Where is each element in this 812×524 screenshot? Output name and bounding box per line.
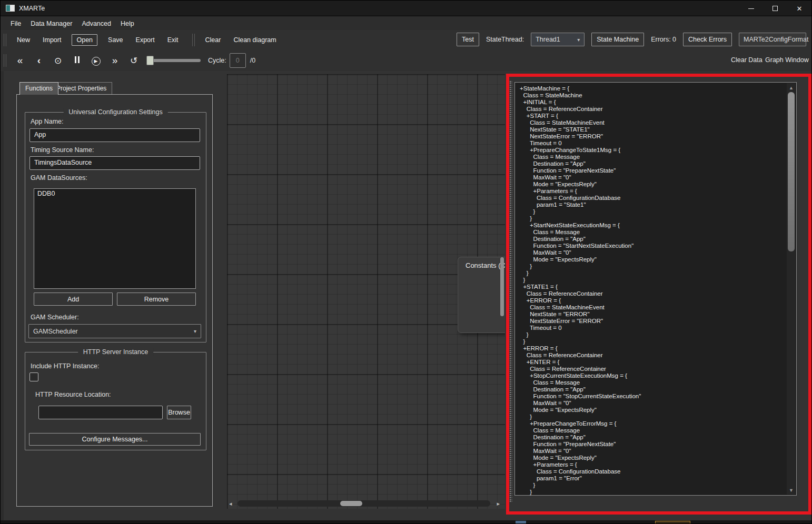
scroll-left-icon[interactable]: ◂ <box>229 500 232 507</box>
taskbar-item <box>516 521 526 524</box>
skip-back-icon[interactable]: « <box>11 55 29 66</box>
config-format-select[interactable]: MARTe2ConfigFormat ▾ <box>739 33 806 46</box>
window-controls: ✕ <box>739 1 811 16</box>
chevron-down-icon: ▾ <box>194 328 196 334</box>
toolbar-grip[interactable] <box>4 34 6 46</box>
scrollbar-thumb[interactable] <box>788 92 795 251</box>
diagram-canvas[interactable]: Constants (C ◂ ▸ <box>227 74 505 509</box>
graph-window-button[interactable]: Graph Window <box>765 56 809 64</box>
constants-node-title: Constants (C <box>466 261 505 269</box>
http-resource-label: HTTP Resource Location: <box>35 391 111 398</box>
maximize-icon <box>773 6 778 11</box>
thread-select-value: Thread1 <box>536 36 560 43</box>
app-icon <box>6 5 15 12</box>
menu-help[interactable]: Help <box>116 18 139 29</box>
toolbar-grip[interactable] <box>192 34 195 46</box>
scroll-up-icon[interactable]: ▲ <box>787 84 796 92</box>
play-icon[interactable]: ▶ <box>86 55 105 66</box>
http-resource-input[interactable] <box>38 406 163 419</box>
export-button[interactable]: Export <box>136 36 155 44</box>
errors-count-label: Errors: 0 <box>651 36 676 43</box>
cycle-input[interactable]: 0 <box>230 53 246 68</box>
scrollbar-thumb[interactable] <box>340 501 362 506</box>
pause-icon[interactable] <box>67 56 86 65</box>
timing-source-input[interactable]: TimingsDataSource <box>29 156 200 170</box>
configure-messages-button[interactable]: Configure Messages... <box>29 433 201 446</box>
state-thread-label: StateThread: <box>486 36 524 43</box>
list-item[interactable]: DDB0 <box>34 189 195 198</box>
constants-node[interactable]: Constants (C <box>458 257 505 333</box>
config-text: +StateMachine = { Class = StateMachine +… <box>515 83 796 496</box>
config-output-panel: +StateMachine = { Class = StateMachine +… <box>506 74 811 515</box>
menu-data-manager[interactable]: Data Manager <box>26 18 77 29</box>
cycle-label: Cycle: <box>208 57 226 64</box>
gam-scheduler-select[interactable]: GAMScheduler ▾ <box>28 324 201 338</box>
close-icon: ✕ <box>797 5 803 12</box>
canvas-horizontal-scrollbar[interactable]: ◂ ▸ <box>228 500 500 507</box>
toolbar-grip[interactable] <box>4 54 6 67</box>
taskbar-edge <box>1 520 812 524</box>
skip-forward-icon[interactable]: » <box>105 55 124 66</box>
config-text-area[interactable]: +StateMachine = { Class = StateMachine +… <box>514 82 797 496</box>
thread-select[interactable]: Thread1 ▾ <box>531 33 585 46</box>
add-button[interactable]: Add <box>34 293 113 306</box>
include-http-label: Include HTTP Instance: <box>31 362 99 370</box>
new-button[interactable]: New <box>17 36 30 44</box>
tab-project-properties[interactable]: Project Properties <box>51 82 112 95</box>
exit-button[interactable]: Exit <box>167 36 179 44</box>
cycle-total-label: /0 <box>250 57 255 64</box>
app-window: XMARTe ✕ File Data Manager Advanced Help… <box>0 0 812 524</box>
dock-edge <box>1 71 4 524</box>
gam-datasources-label: GAM DataSources: <box>31 174 87 182</box>
test-button[interactable]: Test <box>457 33 479 46</box>
universal-config-title: Universal Configuration Settings <box>63 108 168 116</box>
minimize-button[interactable] <box>739 1 763 16</box>
tab-functions[interactable]: Functions <box>19 82 58 95</box>
open-button[interactable]: Open <box>72 34 97 46</box>
import-button[interactable]: Import <box>43 36 61 44</box>
record-icon[interactable]: ⊙ <box>48 55 67 66</box>
cycle-slider[interactable] <box>146 56 201 65</box>
playback-toolbar: « ‹ ⊙ ▶ » ↺ Cycle: 0 /0 <box>1 50 811 71</box>
clear-button[interactable]: Clear <box>205 36 221 44</box>
scroll-down-icon[interactable]: ▼ <box>787 486 796 494</box>
state-toolbar: Test StateThread: Thread1 ▾ State Machin… <box>457 33 812 46</box>
include-http-checkbox[interactable] <box>29 372 38 381</box>
canvas-vertical-scrollbar[interactable] <box>500 257 504 316</box>
app-name-label: App Name: <box>31 118 64 125</box>
clear-data-button[interactable]: Clear Data <box>731 56 763 64</box>
state-machine-button[interactable]: State Machine <box>591 33 644 46</box>
menu-file[interactable]: File <box>6 18 26 29</box>
minimize-icon <box>748 8 754 9</box>
chevron-down-icon: ▾ <box>577 37 580 43</box>
save-button[interactable]: Save <box>108 36 123 44</box>
app-name-input[interactable]: App <box>29 128 200 142</box>
timing-source-label: Timing Source Name: <box>31 146 94 154</box>
maximize-button[interactable] <box>763 1 787 16</box>
config-scrollbar[interactable]: ▲ ▼ <box>787 83 796 495</box>
gam-scheduler-value: GAMScheduler <box>33 328 78 335</box>
remove-button[interactable]: Remove <box>117 293 196 306</box>
gam-datasources-list[interactable]: DDB0 <box>34 188 196 289</box>
title-bar: XMARTe ✕ <box>1 1 811 16</box>
taskbar-item <box>655 521 690 524</box>
clean-diagram-button[interactable]: Clean diagram <box>233 36 276 44</box>
scrollbar-track[interactable] <box>237 500 490 507</box>
close-button[interactable]: ✕ <box>787 1 811 16</box>
check-errors-button[interactable]: Check Errors <box>683 33 732 46</box>
slider-track[interactable] <box>146 59 201 62</box>
slider-handle[interactable] <box>146 56 154 65</box>
config-format-value: MARTe2ConfigFormat <box>744 36 808 43</box>
refresh-icon[interactable]: ↺ <box>124 55 143 66</box>
gam-scheduler-label: GAM Scheduler: <box>31 314 79 321</box>
panel-splitter[interactable] <box>510 81 512 502</box>
step-back-icon[interactable]: ‹ <box>29 55 48 66</box>
http-server-title: HTTP Server Instance <box>78 348 153 356</box>
window-title: XMARTe <box>19 5 45 12</box>
menu-bar: File Data Manager Advanced Help <box>1 17 811 30</box>
scroll-right-icon[interactable]: ▸ <box>497 500 500 507</box>
browse-button[interactable]: Browse <box>167 406 191 419</box>
menu-advanced[interactable]: Advanced <box>77 18 116 29</box>
